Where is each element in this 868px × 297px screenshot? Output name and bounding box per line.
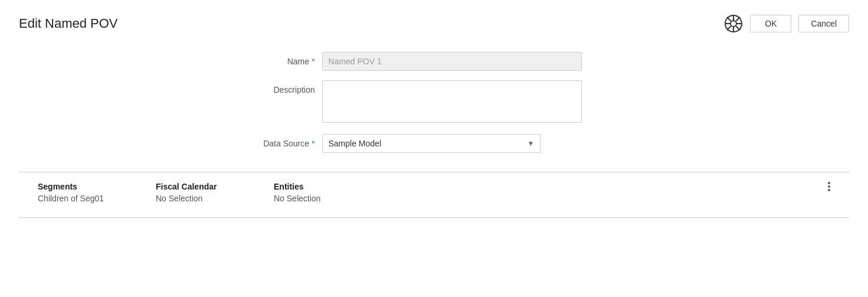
data-source-row: Data Source* Sample Model Other Model ▼ <box>228 134 641 153</box>
page-title: Edit Named POV <box>19 16 118 31</box>
menu-dot-1 <box>828 182 830 184</box>
data-source-select[interactable]: Sample Model Other Model <box>322 134 541 153</box>
fiscal-calendar-column-value: No Selection <box>156 194 264 203</box>
description-field-wrapper <box>322 80 582 125</box>
header-actions: OK Cancel <box>724 14 849 33</box>
name-required-star: * <box>312 57 315 66</box>
data-source-field-wrapper: Sample Model Other Model ▼ <box>322 134 582 153</box>
table-section: Segments Children of Seg01 Fiscal Calend… <box>19 172 849 218</box>
segments-column-value: Children of Seg01 <box>38 194 146 203</box>
name-input[interactable] <box>322 52 582 71</box>
data-source-label: Data Source* <box>228 134 322 148</box>
segments-column: Segments Children of Seg01 <box>38 182 156 203</box>
header-row: Edit Named POV OK Cancel <box>19 14 849 33</box>
help-icon[interactable] <box>724 14 743 33</box>
data-source-required-star: * <box>312 139 315 148</box>
svg-point-1 <box>731 21 736 27</box>
cancel-button[interactable]: Cancel <box>798 15 849 32</box>
menu-dot-3 <box>828 189 830 191</box>
entities-column: Entities No Selection <box>274 182 392 203</box>
svg-line-9 <box>727 26 731 30</box>
svg-line-7 <box>736 26 741 30</box>
name-row: Name* <box>228 52 641 71</box>
table-menu-icon[interactable] <box>828 182 830 191</box>
data-source-select-wrapper: Sample Model Other Model ▼ <box>322 134 541 153</box>
table-header-row: Segments Children of Seg01 Fiscal Calend… <box>38 182 830 203</box>
entities-column-header: Entities <box>274 182 382 191</box>
entities-column-value: No Selection <box>274 194 382 203</box>
name-label: Name* <box>228 52 322 66</box>
menu-dot-2 <box>828 185 830 188</box>
ok-button[interactable]: OK <box>750 15 791 32</box>
svg-line-6 <box>727 17 731 21</box>
fiscal-calendar-column: Fiscal Calendar No Selection <box>156 182 274 203</box>
segments-column-header: Segments <box>38 182 146 191</box>
svg-line-8 <box>736 17 741 21</box>
name-field-wrapper <box>322 52 582 71</box>
description-row: Description <box>228 80 641 125</box>
description-input[interactable] <box>322 80 582 123</box>
description-label: Description <box>228 80 322 94</box>
form-section: Name* Description Data Source* S <box>228 52 641 153</box>
fiscal-calendar-column-header: Fiscal Calendar <box>156 182 264 191</box>
